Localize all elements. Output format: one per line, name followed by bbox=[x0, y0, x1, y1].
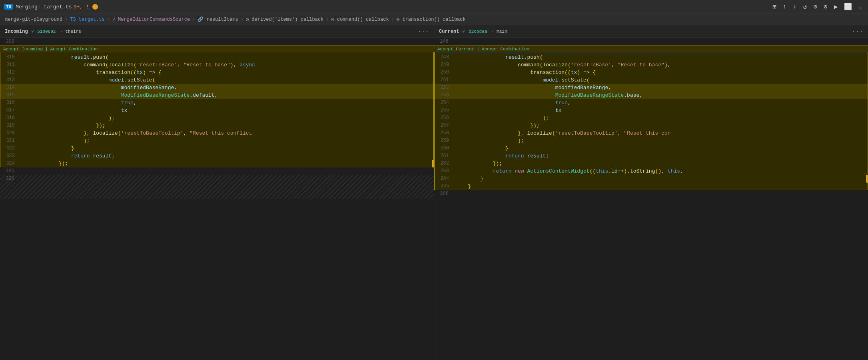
title-text: Merging: target.ts bbox=[16, 4, 72, 10]
line-num-255: 255 bbox=[435, 107, 454, 114]
line-num-257: 257 bbox=[435, 122, 454, 129]
down-icon[interactable]: ↓ bbox=[791, 2, 798, 11]
line-content-255: tx bbox=[454, 107, 868, 114]
line-content-257: }); bbox=[454, 122, 868, 129]
line-num-259: 259 bbox=[435, 137, 454, 145]
right-lines: 246 Accept Current | Accept Combination bbox=[434, 38, 868, 360]
line-content-315: ModifiedBaseRangeState.default, bbox=[20, 91, 433, 99]
line-num-318: 318 bbox=[0, 114, 20, 122]
right-header: Current ⑂ b2cbdaa · main ··· bbox=[434, 25, 868, 38]
right-menu[interactable]: ··· bbox=[852, 28, 863, 35]
line-content-249: command(localize('resetToBase', "Reset t… bbox=[454, 61, 868, 69]
line-num-262: 262 bbox=[435, 160, 454, 167]
breadcrumb-resultitems[interactable]: 🔗 resultItems bbox=[198, 16, 238, 22]
table-row: 261 return result; bbox=[435, 152, 868, 160]
line-num-311: 311 bbox=[0, 61, 20, 69]
right-branch-dot: · bbox=[491, 29, 494, 34]
unsaved-dot bbox=[92, 4, 98, 10]
circle1-icon[interactable]: ⊙ bbox=[812, 2, 819, 12]
table-row: 312 transaction((tx) => { bbox=[0, 69, 433, 76]
left-header: Incoming ⑂ 5100692 · theirs ··· bbox=[0, 25, 434, 38]
line-content-260: } bbox=[454, 145, 868, 152]
undo-icon[interactable]: ↺ bbox=[802, 2, 809, 12]
more-icon[interactable]: … bbox=[857, 2, 864, 11]
table-row: 314 modifiedBaseRange, bbox=[0, 84, 433, 91]
table-row: 318 ); bbox=[0, 114, 433, 122]
accept-incoming-btn[interactable]: Accept Incoming bbox=[3, 47, 43, 52]
line-num-315: 315 bbox=[0, 91, 20, 99]
accept-current-btn[interactable]: Accept Current bbox=[437, 47, 474, 52]
line-num-325: 325 bbox=[0, 167, 19, 175]
breadcrumb-transaction[interactable]: ◎ transaction() callback bbox=[397, 16, 466, 22]
line-content-253: ModifiedBaseRangeState.base, bbox=[454, 91, 868, 99]
right-code-area[interactable]: 246 Accept Current | Accept Combination bbox=[434, 38, 868, 360]
up-icon[interactable]: ↑ bbox=[781, 2, 788, 11]
table-row: 266 bbox=[434, 190, 868, 198]
table-row: 313 model.setState( bbox=[0, 76, 433, 84]
table-row: 322 } bbox=[0, 145, 433, 152]
line-num-316: 316 bbox=[0, 99, 20, 107]
table-row: 264 } bbox=[435, 175, 868, 183]
breadcrumb-merge[interactable]: ⑂ MergeEditorCommandsSource bbox=[112, 17, 190, 22]
left-menu[interactable]: ··· bbox=[417, 28, 429, 35]
left-code-area[interactable]: 308 Accept Incoming | Accept Combination bbox=[0, 38, 434, 360]
line-num-308: 308 bbox=[0, 38, 19, 46]
line-num-254: 254 bbox=[435, 99, 454, 107]
line-num-256: 256 bbox=[435, 114, 454, 122]
left-branch-dot: · bbox=[60, 29, 63, 34]
line-content-262: }); bbox=[454, 160, 868, 167]
table-row: 254 true, bbox=[435, 99, 868, 107]
table-row: 246 bbox=[434, 38, 868, 46]
line-num-321: 321 bbox=[0, 137, 20, 145]
title-bar-actions: ⊞ ↑ ↓ ↺ ⊙ ⊗ ▶ ⬜ … bbox=[771, 2, 864, 12]
incoming-label: Incoming bbox=[5, 29, 28, 34]
left-conflict-header: Accept Incoming | Accept Combination bbox=[0, 46, 434, 52]
line-num-264: 264 bbox=[435, 175, 454, 183]
line-content-323: return result; bbox=[20, 152, 433, 160]
accept-combination-left-btn[interactable]: Accept Combination bbox=[50, 47, 98, 52]
line-num-251: 251 bbox=[435, 76, 454, 84]
split-icon[interactable]: ⊞ bbox=[771, 2, 778, 12]
table-row: 257 }); bbox=[435, 122, 868, 129]
table-row: 316 true, bbox=[0, 99, 433, 107]
line-content-252: modifiedBaseRange, bbox=[454, 84, 868, 91]
line-num-253: 253 bbox=[435, 91, 454, 99]
table-row: 259 ); bbox=[435, 137, 868, 145]
layout-icon[interactable]: ⬜ bbox=[842, 2, 854, 12]
table-row: 324 }); bbox=[0, 160, 433, 167]
editor-area: Incoming ⑂ 5100692 · theirs ··· 308 bbox=[0, 25, 868, 360]
table-row: 260 } bbox=[435, 145, 868, 152]
line-content-318: ); bbox=[20, 114, 433, 122]
table-row: 249 command(localize('resetToBase', "Res… bbox=[435, 61, 868, 69]
ts-badge: TS bbox=[4, 4, 13, 10]
left-branch-icon: ⑂ bbox=[31, 29, 34, 34]
breadcrumb-command[interactable]: ◎ command() callback bbox=[331, 16, 389, 22]
right-commit-hash: b2cbdaa bbox=[469, 29, 487, 34]
line-num-246: 246 bbox=[434, 38, 453, 46]
line-num-258: 258 bbox=[435, 129, 454, 137]
conflict-block-left: Accept Incoming | Accept Combination 309… bbox=[0, 46, 434, 167]
line-num-317: 317 bbox=[0, 107, 20, 114]
breadcrumb-derived[interactable]: ◎ derived('items') callback bbox=[246, 16, 323, 22]
breadcrumb-ts[interactable]: TS target.ts bbox=[70, 17, 104, 22]
table-row: 321 ); bbox=[0, 137, 433, 145]
table-row: 319 }); bbox=[0, 122, 433, 129]
right-branch-name: main bbox=[497, 29, 507, 34]
left-commit-hash: 5100692 bbox=[37, 29, 56, 34]
right-branch-icon: ⑂ bbox=[462, 29, 465, 34]
line-content-314: modifiedBaseRange, bbox=[20, 84, 433, 91]
line-num-323: 323 bbox=[0, 152, 20, 160]
play-icon[interactable]: ▶ bbox=[832, 2, 840, 12]
line-content-319: }); bbox=[20, 122, 433, 129]
line-content-317: tx bbox=[20, 107, 433, 114]
line-num-250: 250 bbox=[435, 69, 454, 76]
line-content-251: model.setState( bbox=[454, 76, 868, 84]
line-num-324: 324 bbox=[0, 160, 20, 167]
circle2-icon[interactable]: ⊗ bbox=[822, 2, 829, 12]
right-pane: Current ⑂ b2cbdaa · main ··· 246 bbox=[434, 25, 868, 360]
table-row: 326 bbox=[0, 175, 434, 199]
accept-combination-right-btn[interactable]: Accept Combination bbox=[482, 47, 529, 52]
table-row: 256 ); bbox=[435, 114, 868, 122]
breadcrumb-root[interactable]: merge-git-playground bbox=[5, 17, 62, 22]
line-num-261: 261 bbox=[435, 152, 454, 160]
